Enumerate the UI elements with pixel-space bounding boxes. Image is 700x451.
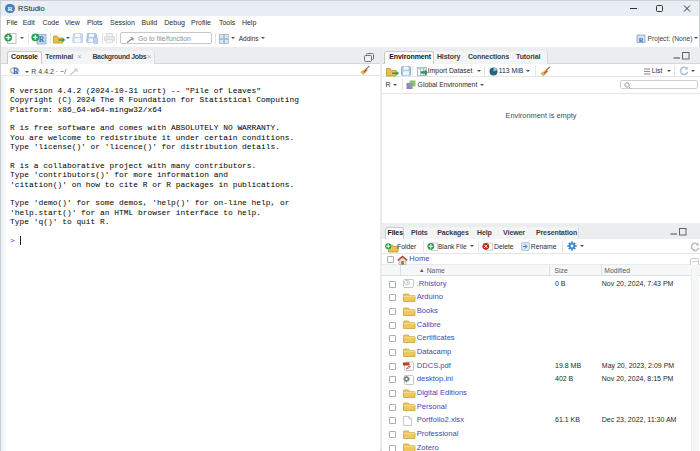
svg-text:R: R <box>39 35 45 44</box>
svg-text:R: R <box>639 36 644 43</box>
svg-text:R: R <box>13 67 19 76</box>
